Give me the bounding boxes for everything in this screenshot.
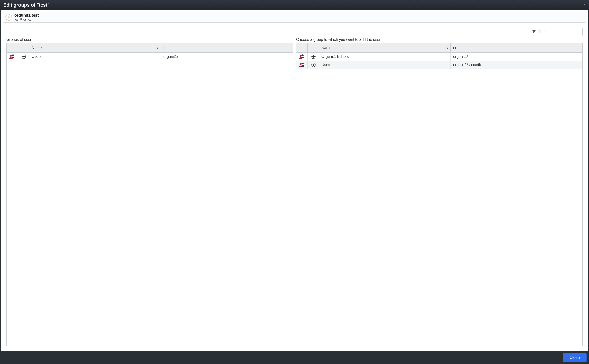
content-panel: Groups of user Name ▲ ou [3, 25, 586, 349]
cell-ou: orgunit1/ [451, 53, 582, 61]
right-col-ou[interactable]: ou [451, 43, 582, 52]
dialog-edit-groups: Edit groups of "test" orgunit1/test test… [0, 0, 589, 364]
right-grid: Name ▲ ou Orgunit1 Editorsorgunit1/Users… [296, 43, 583, 346]
add-icon[interactable] [576, 3, 580, 6]
close-icon[interactable] [583, 3, 586, 6]
svg-point-12 [302, 63, 304, 65]
add-to-group-button[interactable] [311, 54, 316, 59]
svg-point-7 [302, 54, 304, 56]
left-grid-body: Usersorgunit1/ [7, 53, 293, 346]
left-pane: Groups of user Name ▲ ou [6, 38, 293, 346]
svg-point-2 [10, 55, 12, 57]
user-header: orgunit1/test test@test.com [3, 12, 586, 23]
right-grid-header: Name ▲ ou [296, 43, 582, 53]
svg-point-11 [300, 63, 301, 65]
action-cell [18, 53, 29, 61]
left-grid: Name ▲ ou Usersorgunit1/ [6, 43, 293, 346]
table-row[interactable]: Usersorgunit1/ [7, 53, 293, 61]
user-email: test@test.com [14, 18, 39, 21]
right-pane-label: Choose a group to which you want to add … [296, 38, 583, 42]
left-col-name[interactable]: Name ▲ [29, 43, 161, 52]
group-icon [296, 61, 308, 69]
svg-rect-15 [313, 64, 314, 66]
left-grid-header: Name ▲ ou [7, 43, 293, 53]
left-col-icon[interactable] [7, 43, 18, 52]
svg-rect-10 [313, 55, 314, 58]
dialog-title: Edit groups of "test" [3, 2, 50, 8]
sort-asc-icon: ▲ [446, 46, 448, 49]
dialog-footer: Close [0, 351, 589, 364]
action-cell [308, 53, 319, 61]
table-row[interactable]: Usersorgunit1/subunit/ [296, 61, 582, 69]
right-col-action[interactable] [308, 43, 319, 52]
svg-rect-5 [22, 56, 25, 57]
group-icon [296, 53, 308, 61]
group-icon [7, 53, 18, 61]
left-col-ou[interactable]: ou [161, 43, 293, 52]
filter-input[interactable] [537, 30, 580, 34]
right-col-icon[interactable] [296, 43, 308, 52]
svg-point-1 [7, 16, 10, 18]
close-button[interactable]: Close [563, 353, 587, 362]
cell-name: Orgunit1 Editors [319, 53, 451, 61]
left-col-action[interactable] [18, 43, 29, 52]
remove-from-group-button[interactable] [21, 54, 26, 59]
user-avatar-icon [6, 14, 12, 20]
cell-name: Users [319, 61, 451, 69]
action-cell [308, 61, 319, 69]
filter-icon [532, 30, 535, 33]
user-path: orgunit1/test [14, 13, 39, 18]
cell-ou: orgunit1/ [161, 53, 293, 61]
right-col-name[interactable]: Name ▲ [319, 43, 451, 52]
add-to-group-button[interactable] [311, 62, 316, 67]
table-row[interactable]: Orgunit1 Editorsorgunit1/ [296, 53, 582, 61]
right-grid-body: Orgunit1 Editorsorgunit1/Usersorgunit1/s… [296, 53, 582, 346]
svg-point-6 [300, 55, 301, 57]
right-pane: Choose a group to which you want to add … [296, 38, 583, 346]
cell-ou: orgunit1/subunit/ [451, 61, 582, 69]
cell-name: Users [29, 53, 161, 61]
filter-box[interactable] [530, 28, 583, 36]
sort-asc-icon: ▲ [156, 46, 159, 49]
dialog-titlebar[interactable]: Edit groups of "test" [0, 0, 589, 10]
left-pane-label: Groups of user [6, 38, 293, 42]
svg-point-3 [12, 54, 14, 56]
